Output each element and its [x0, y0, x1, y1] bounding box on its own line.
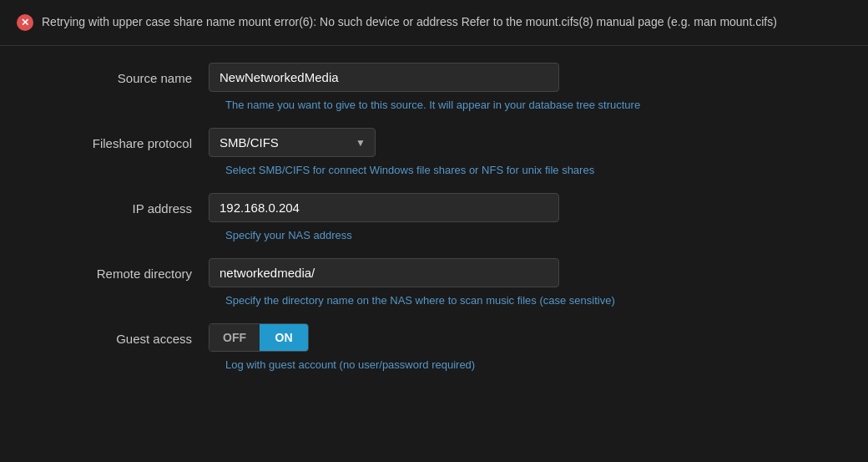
fileshare-protocol-hint: Select SMB/CIFS for connect Windows file… — [225, 164, 835, 176]
protocol-select-wrapper: SMB/CIFS NFS ▼ — [209, 128, 376, 157]
source-name-label: Source name — [33, 63, 209, 85]
guest-access-label: Guest access — [33, 323, 209, 346]
guest-access-off-button[interactable]: OFF — [209, 324, 260, 351]
form-container: Source name The name you want to give to… — [0, 46, 868, 404]
guest-access-hint: Log with guest account (no user/password… — [225, 358, 835, 371]
remote-directory-row: Remote directory — [33, 258, 835, 287]
fileshare-protocol-content: SMB/CIFS NFS ▼ — [209, 128, 559, 157]
source-name-content — [209, 63, 559, 92]
source-name-hint: The name you want to give to this source… — [225, 99, 835, 111]
guest-access-toggle: OFF ON — [209, 323, 309, 352]
source-name-input[interactable] — [209, 63, 559, 92]
error-icon: ✕ — [17, 14, 33, 31]
remote-directory-label: Remote directory — [33, 258, 209, 281]
remote-directory-content — [209, 258, 559, 287]
ip-address-label: IP address — [33, 193, 209, 216]
fileshare-protocol-row: Fileshare protocol SMB/CIFS NFS ▼ — [33, 128, 835, 157]
fileshare-protocol-select[interactable]: SMB/CIFS NFS — [209, 128, 376, 157]
ip-address-content — [209, 193, 559, 222]
error-banner: ✕ Retrying with upper case share name mo… — [0, 0, 868, 46]
remote-directory-input[interactable] — [209, 258, 559, 287]
guest-access-row: Guest access OFF ON — [33, 323, 835, 352]
ip-address-hint: Specify your NAS address — [225, 229, 835, 241]
guest-access-content: OFF ON — [209, 323, 559, 352]
error-message: Retrying with upper case share name moun… — [42, 14, 777, 31]
source-name-row: Source name — [33, 63, 835, 92]
ip-address-input[interactable] — [209, 193, 559, 222]
fileshare-protocol-label: Fileshare protocol — [33, 128, 209, 150]
remote-directory-hint: Specify the directory name on the NAS wh… — [225, 294, 835, 307]
guest-access-on-button[interactable]: ON — [260, 324, 308, 351]
ip-address-row: IP address — [33, 193, 835, 222]
